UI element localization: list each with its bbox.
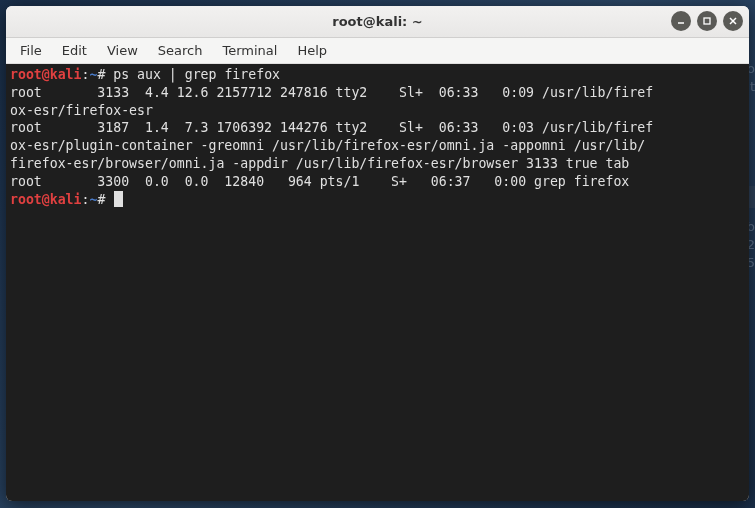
menu-terminal[interactable]: Terminal (212, 40, 287, 61)
output-line: ox-esr/firefox-esr (10, 103, 153, 118)
output-line: root 3133 4.4 12.6 2157712 247816 tty2 S… (10, 85, 653, 100)
output-line: root 3300 0.0 0.0 12840 964 pts/1 S+ 06:… (10, 174, 629, 189)
output-line: firefox-esr/browser/omni.ja -appdir /usr… (10, 156, 629, 171)
menu-view[interactable]: View (97, 40, 148, 61)
menubar: File Edit View Search Terminal Help (6, 38, 749, 64)
terminal-output-area[interactable]: root@kali:~# ps aux | grep firefox root … (6, 64, 749, 501)
close-button[interactable] (723, 11, 743, 31)
prompt-symbol: # (97, 67, 105, 82)
prompt-symbol: # (97, 192, 105, 207)
output-line: root 3187 1.4 7.3 1706392 144276 tty2 Sl… (10, 120, 653, 135)
prompt-user-host: root@kali (10, 67, 81, 82)
menu-file[interactable]: File (10, 40, 52, 61)
minimize-button[interactable] (671, 11, 691, 31)
menu-edit[interactable]: Edit (52, 40, 97, 61)
maximize-button[interactable] (697, 11, 717, 31)
output-line: ox-esr/plugin-container -greomni /usr/li… (10, 138, 645, 153)
titlebar[interactable]: root@kali: ~ (6, 6, 749, 38)
prompt-user-host: root@kali (10, 192, 81, 207)
terminal-cursor (114, 191, 123, 207)
menu-help[interactable]: Help (287, 40, 337, 61)
svg-rect-3 (704, 18, 710, 24)
window-controls (671, 11, 743, 31)
menu-search[interactable]: Search (148, 40, 213, 61)
window-title: root@kali: ~ (332, 14, 422, 29)
terminal-window: root@kali: ~ File Edit View Search Termi… (6, 6, 749, 501)
command-input: ps aux | grep firefox (113, 67, 280, 82)
